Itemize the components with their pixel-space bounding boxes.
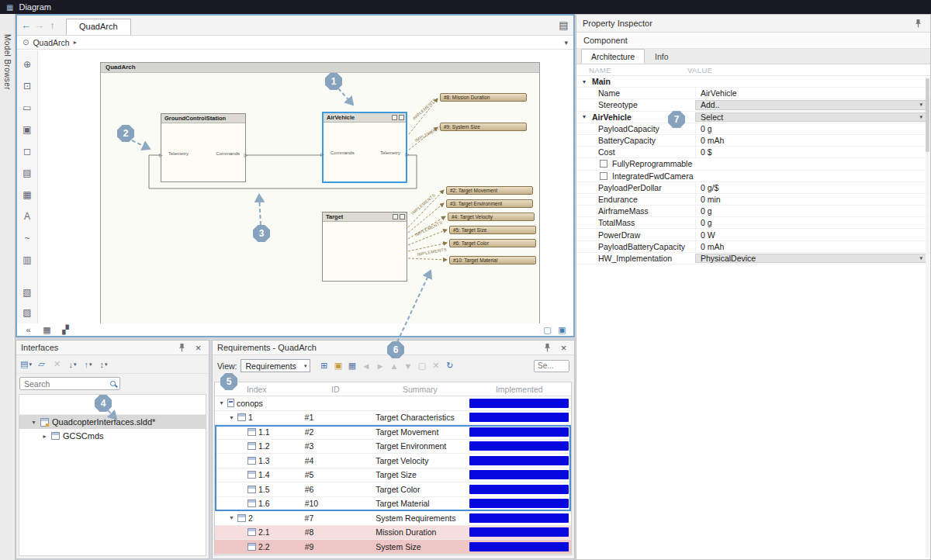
signal-icon[interactable]: ~ xyxy=(22,232,33,244)
requirement-row[interactable]: ▾1#1Target Characteristics xyxy=(215,411,571,426)
requirements-search-input[interactable] xyxy=(538,361,566,370)
link-interface-icon[interactable]: ▱ xyxy=(36,358,47,371)
pin-icon[interactable] xyxy=(912,17,924,29)
requirement-badge[interactable]: #2: Target Movement xyxy=(446,186,533,195)
requirements-search-box[interactable] xyxy=(534,360,569,372)
delete-icon[interactable]: ✕ xyxy=(430,360,441,372)
diagram-view-icon[interactable]: ▦ xyxy=(41,323,53,336)
text-annotation-icon[interactable]: A xyxy=(22,210,33,223)
input-port-icon[interactable]: ▷ xyxy=(159,153,163,157)
close-icon[interactable]: × xyxy=(192,341,204,354)
collapse-palette-icon[interactable]: « xyxy=(22,323,34,336)
tree-expander-icon[interactable]: ▸ xyxy=(41,433,48,440)
requirement-badge[interactable]: #10: Target Material xyxy=(449,256,536,264)
move-up-icon[interactable]: ▲ xyxy=(388,360,400,372)
refresh-icon[interactable]: ↻ xyxy=(444,360,455,372)
requirement-row[interactable]: ▾conops xyxy=(215,396,571,411)
close-icon[interactable]: × xyxy=(558,341,569,354)
block-airvehicle[interactable]: AirVehicle Commands Telemetry ▷ ▷ xyxy=(322,112,407,183)
tree-expander-icon[interactable]: ▾ xyxy=(30,419,37,426)
spreadsheet-icon[interactable]: ▦ xyxy=(22,188,33,201)
tree-item[interactable]: ▸GCSCmds xyxy=(19,429,206,443)
interfaces-search-box[interactable] xyxy=(19,377,120,390)
requirement-row[interactable]: 1.5#6Target Color xyxy=(215,482,571,497)
pan-control-icon[interactable]: ▣ xyxy=(556,323,568,336)
requirement-row[interactable]: ▾2#7System Requirements xyxy=(215,511,571,526)
requirement-row[interactable]: 1.4#5Target Size xyxy=(215,468,571,483)
expand-chevron-icon[interactable]: ▾ xyxy=(228,414,235,421)
up-to-parent-button[interactable]: ↑ xyxy=(47,19,58,31)
requirement-row[interactable]: 1.1#2Target Movement xyxy=(215,425,571,440)
requirement-badge[interactable]: #4: Target Velocity xyxy=(448,213,535,221)
scrollbar[interactable] xyxy=(926,77,929,558)
pin-icon[interactable] xyxy=(176,341,188,354)
output-port-icon[interactable]: ▷ xyxy=(244,153,247,157)
collapse-chevron-icon[interactable]: ▾ xyxy=(583,113,586,120)
requirement-row[interactable]: 1.2#3Target Environment xyxy=(215,440,571,455)
remove-interface-icon[interactable]: ✕ xyxy=(51,358,63,371)
new-interface-icon[interactable]: ▤▾ xyxy=(20,358,32,371)
export-interfaces-icon[interactable]: ↑▾ xyxy=(82,358,94,371)
zoom-icon[interactable]: ⊕ xyxy=(22,58,33,71)
collapse-chevron-icon[interactable]: ▾ xyxy=(583,78,586,85)
requirement-badge[interactable]: #3: Target Environment xyxy=(446,199,533,208)
pin-icon[interactable] xyxy=(542,341,553,354)
move-down-icon[interactable]: ▼ xyxy=(402,360,414,372)
hierarchy-view-icon[interactable]: ▞ xyxy=(60,323,71,336)
annotation-icon[interactable]: ▣ xyxy=(22,123,33,136)
panel-layout-icon[interactable]: ▤ xyxy=(559,19,570,32)
checkbox[interactable] xyxy=(600,172,607,180)
copy-icon[interactable]: ▢ xyxy=(416,360,427,372)
value-dropdown[interactable]: PhysicalDevice▾ xyxy=(695,254,927,263)
tab-quadarch[interactable]: QuadArch xyxy=(66,19,131,35)
interfaces-search-input[interactable] xyxy=(24,379,107,389)
tree-item[interactable]: ▾QuadcopterInterfaces.sldd* xyxy=(19,415,206,429)
requirement-badge[interactable]: #8: Mission Duration xyxy=(440,93,527,102)
screenshot-icon[interactable]: ▧ xyxy=(22,286,33,299)
requirement-badge[interactable]: #6: Target Color xyxy=(449,239,536,247)
output-port-icon[interactable]: ▷ xyxy=(405,152,409,157)
stereotype-select-dropdown[interactable]: Select▾ xyxy=(695,112,927,122)
back-button[interactable]: ← xyxy=(20,19,32,31)
column-header-id[interactable]: ID xyxy=(299,385,373,394)
tab-architecture[interactable]: Architecture xyxy=(581,49,645,64)
area-icon[interactable]: ◻ xyxy=(22,145,33,157)
search-icon[interactable] xyxy=(110,381,116,386)
requirement-row[interactable]: 2.1#8Mission Duration xyxy=(215,526,571,541)
fit-to-view-icon[interactable]: ⊡ xyxy=(22,80,33,92)
zoom-controls-icon[interactable]: ▢ xyxy=(542,323,553,336)
sort-interfaces-icon[interactable]: ↕▾ xyxy=(98,358,109,371)
import-interfaces-icon[interactable]: ↓▾ xyxy=(67,358,78,371)
view-dropdown[interactable]: Requirements ▾ xyxy=(241,359,311,372)
promote-requirement-icon[interactable]: ◄ xyxy=(360,360,372,372)
image-icon[interactable]: ▥ xyxy=(22,254,33,266)
select-region-icon[interactable]: ▭ xyxy=(22,102,33,114)
block-target[interactable]: Target xyxy=(322,212,407,282)
input-port-icon[interactable]: ▷ xyxy=(320,152,324,157)
requirement-badge[interactable]: #9: System Size xyxy=(440,123,527,131)
expand-chevron-icon[interactable]: ▾ xyxy=(218,399,225,406)
requirement-row[interactable]: 1.3#4Target Velocity xyxy=(215,454,571,468)
column-header-summary[interactable]: Summary xyxy=(372,385,467,394)
diagram-area[interactable]: QuadArch IMPLEMENTS IMPLE xyxy=(38,50,573,323)
model-browser-strip[interactable]: Model Browser xyxy=(0,14,16,560)
block-groundcontrolstation[interactable]: GroundControlStation Telemetry Commands … xyxy=(161,113,246,182)
open-requirement-set-icon[interactable]: ▣ xyxy=(332,360,344,372)
overview-icon[interactable]: ▨ xyxy=(22,306,33,319)
column-header-implemented[interactable]: Implemented xyxy=(468,385,571,394)
requirement-row[interactable]: 2.2#9System Size xyxy=(215,540,571,555)
tab-info[interactable]: Info xyxy=(645,49,679,64)
scrollbar-thumb[interactable] xyxy=(926,78,929,152)
breadcrumb-item[interactable]: QuadArch xyxy=(33,38,69,47)
forward-button[interactable]: → xyxy=(33,19,45,31)
checkbox[interactable] xyxy=(600,160,607,168)
demote-requirement-icon[interactable]: ► xyxy=(374,360,386,372)
add-requirement-icon[interactable]: ⊞ xyxy=(318,360,330,372)
value-dropdown[interactable]: Add..▾ xyxy=(695,100,927,109)
requirement-badge[interactable]: #5: Target Size xyxy=(449,226,536,234)
expand-chevron-icon[interactable]: ▾ xyxy=(228,514,235,521)
requirement-row[interactable]: 1.6#10Target Material xyxy=(215,497,571,512)
viewpoint-icon[interactable]: ▤ xyxy=(22,167,33,179)
breadcrumb-dropdown-icon[interactable]: ▾ xyxy=(564,39,568,47)
save-requirement-set-icon[interactable]: ▦ xyxy=(346,360,358,372)
